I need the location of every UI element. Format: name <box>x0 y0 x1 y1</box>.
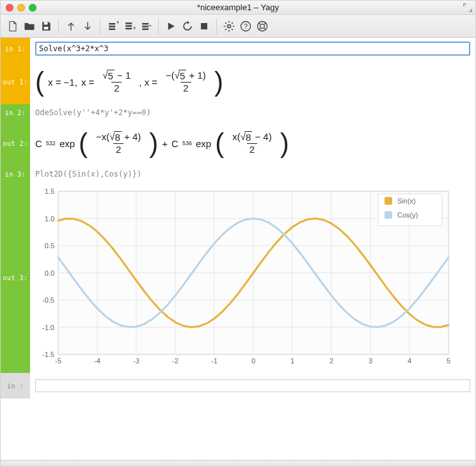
svg-rect-11 <box>142 26 148 28</box>
svg-text:3: 3 <box>369 357 372 365</box>
math-text: x = <box>81 77 94 88</box>
svg-text:-0.5: -0.5 <box>42 296 54 304</box>
svg-text:-1: -1 <box>211 357 218 365</box>
svg-rect-58 <box>385 197 392 205</box>
svg-rect-4 <box>109 28 115 30</box>
svg-text:0.5: 0.5 <box>45 242 54 249</box>
code-input[interactable] <box>35 42 470 56</box>
window-title: *niceexample1 – Yagy <box>1 3 475 12</box>
save-icon[interactable] <box>38 18 54 35</box>
svg-point-15 <box>228 24 231 28</box>
minimize-icon[interactable] <box>17 4 25 12</box>
svg-text:2: 2 <box>329 357 333 365</box>
reload-icon[interactable] <box>179 18 196 35</box>
cell-label-in: in 2: <box>1 104 30 121</box>
svg-text:Cos(y): Cos(y) <box>397 211 418 219</box>
arrow-down-icon[interactable] <box>79 18 96 35</box>
svg-text:0: 0 <box>251 357 255 365</box>
cell-label-out: out 2: <box>1 121 30 166</box>
cell-label-in: in 3: <box>1 166 30 182</box>
svg-rect-6 <box>125 22 132 24</box>
run-icon[interactable] <box>163 18 179 35</box>
math-output: C532 exp ( −x(8 + 4)2 ) + C536 exp ( x(8… <box>30 121 475 166</box>
open-folder-icon[interactable] <box>21 18 38 35</box>
svg-rect-10 <box>142 23 148 25</box>
svg-text:?: ? <box>244 22 248 30</box>
svg-text:+: + <box>116 20 119 26</box>
svg-text:-4: -4 <box>94 357 100 365</box>
svg-text:-5: -5 <box>55 357 61 365</box>
remove-cell-icon[interactable] <box>138 18 154 35</box>
cell-label-out: out 1: <box>1 59 30 104</box>
svg-point-19 <box>260 24 265 28</box>
svg-text:1.0: 1.0 <box>45 215 54 223</box>
cell-label-in-empty: in : <box>1 373 30 399</box>
svg-text:0.0: 0.0 <box>45 269 54 277</box>
lifebuoy-icon[interactable] <box>254 18 271 35</box>
toolbar: + + ? <box>1 15 475 38</box>
plot2d-chart[interactable]: -5-4-3-2-1012345-1.5-1.0-0.50.00.51.01.5… <box>33 185 455 370</box>
cell-label-in: in 1: <box>1 38 30 59</box>
traffic-lights <box>6 4 36 12</box>
zoom-icon[interactable] <box>29 4 36 12</box>
svg-rect-60 <box>385 211 392 219</box>
svg-text:1: 1 <box>290 357 294 365</box>
svg-rect-8 <box>125 28 132 29</box>
app-window: *niceexample1 – Yagy + + ? in 1: out 1: <box>0 0 476 467</box>
insert-above-icon[interactable]: + <box>104 18 121 35</box>
math-output: ( x = −1, x = 5 − 12 , x = −(5 + 1)2 ) <box>30 59 475 104</box>
titlebar[interactable]: *niceexample1 – Yagy <box>1 1 475 15</box>
svg-rect-1 <box>44 26 49 29</box>
svg-text:5: 5 <box>447 357 450 365</box>
svg-text:+: + <box>133 24 136 31</box>
insert-below-icon[interactable]: + <box>121 18 138 35</box>
svg-text:4: 4 <box>408 357 411 365</box>
plot-output: -5-4-3-2-1012345-1.5-1.0-0.50.00.51.01.5… <box>30 182 475 373</box>
svg-text:Sin(x): Sin(x) <box>397 197 416 205</box>
new-file-icon[interactable] <box>4 18 21 35</box>
code-cell[interactable]: OdeSolve(y''+4*y'+2*y==0) <box>30 104 475 121</box>
svg-text:-3: -3 <box>133 357 139 365</box>
svg-rect-3 <box>109 26 115 28</box>
cell-input <box>30 38 475 59</box>
svg-text:-1.0: -1.0 <box>42 324 54 331</box>
close-icon[interactable] <box>6 4 13 12</box>
svg-rect-12 <box>142 28 148 30</box>
stop-icon[interactable] <box>196 18 212 35</box>
gear-icon[interactable] <box>221 18 237 35</box>
empty-input-cell[interactable] <box>30 373 475 399</box>
fullscreen-icon[interactable] <box>463 3 473 13</box>
cell-label-out: out 3: <box>1 182 30 373</box>
status-bar <box>1 460 475 466</box>
svg-rect-2 <box>109 23 115 25</box>
code-cell[interactable]: Plot2D({Sin(x),Cos(y)}) <box>30 166 475 182</box>
svg-text:1.5: 1.5 <box>45 187 54 195</box>
svg-rect-7 <box>125 25 132 27</box>
svg-rect-0 <box>44 22 48 24</box>
notebook-area[interactable]: in 1: out 1: ( x = −1, x = 5 − 12 , x = … <box>1 38 475 460</box>
math-text: , x = <box>139 77 157 88</box>
svg-text:-2: -2 <box>172 357 178 365</box>
arrow-up-icon[interactable] <box>63 18 79 35</box>
svg-text:-1.5: -1.5 <box>42 351 54 358</box>
help-icon[interactable]: ? <box>237 18 254 35</box>
math-text: x = −1, <box>48 77 77 88</box>
svg-rect-14 <box>201 23 207 29</box>
